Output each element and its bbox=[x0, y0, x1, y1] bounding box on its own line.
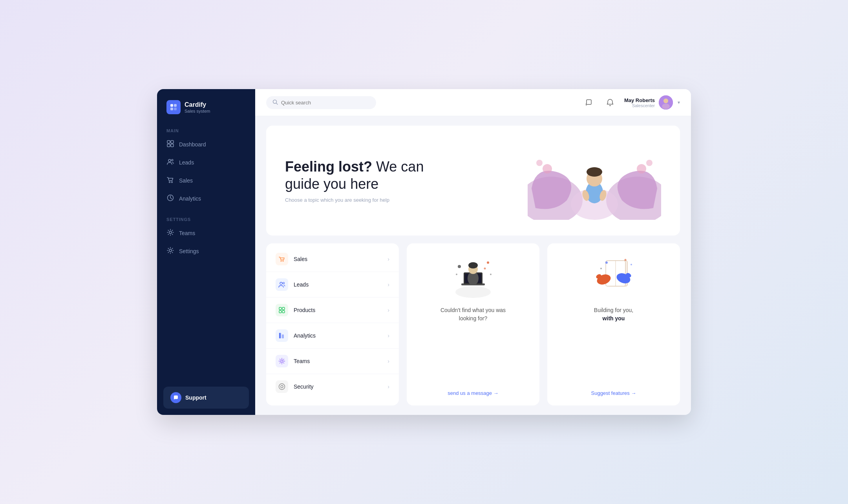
svg-point-31 bbox=[281, 261, 282, 262]
topic-label-teams: Teams bbox=[294, 358, 310, 364]
svg-rect-36 bbox=[282, 307, 285, 310]
feature-card-text: Building for you, with you bbox=[594, 306, 633, 323]
header-actions: May Roberts Salescenter ▾ bbox=[582, 95, 680, 110]
hero-subtitle: Choose a topic which you are seeking for… bbox=[285, 197, 426, 203]
contact-card-text: Couldn't find what you was looking for? bbox=[440, 306, 506, 323]
sidebar-item-sales[interactable]: Sales bbox=[157, 172, 255, 190]
teams-topic-icon bbox=[276, 355, 288, 367]
hero-illustration bbox=[528, 141, 661, 220]
feature-illustration bbox=[586, 253, 641, 300]
search-bar[interactable] bbox=[266, 96, 376, 109]
search-input[interactable] bbox=[281, 100, 370, 106]
svg-point-67 bbox=[600, 268, 602, 269]
topic-item-products[interactable]: Products › bbox=[266, 298, 399, 323]
logo-text: Cardify Sales system bbox=[185, 101, 210, 113]
user-profile[interactable]: May Roberts Salescenter ▾ bbox=[624, 95, 680, 110]
svg-rect-0 bbox=[170, 104, 173, 107]
svg-point-66 bbox=[631, 264, 632, 265]
page-content: Feeling lost? We can guide you here Choo… bbox=[255, 116, 691, 415]
svg-rect-4 bbox=[167, 141, 170, 143]
support-label: Support bbox=[185, 394, 207, 401]
send-message-link[interactable]: send us a message → bbox=[448, 390, 498, 396]
sidebar-logo[interactable]: Cardify Sales system bbox=[157, 89, 255, 125]
sidebar-item-dashboard[interactable]: Dashboard bbox=[157, 135, 255, 153]
svg-point-8 bbox=[168, 159, 171, 162]
svg-point-33 bbox=[280, 282, 282, 285]
sidebar-item-settings-label: Settings bbox=[179, 248, 199, 254]
teams-icon bbox=[166, 229, 174, 237]
svg-rect-38 bbox=[282, 310, 285, 313]
security-topic-icon bbox=[276, 380, 288, 393]
notifications-button[interactable] bbox=[603, 95, 617, 110]
topic-item-leads[interactable]: Leads › bbox=[266, 272, 399, 298]
topic-label-sales: Sales bbox=[294, 256, 307, 262]
svg-point-13 bbox=[169, 231, 172, 234]
support-button[interactable]: Support bbox=[163, 387, 249, 409]
security-chevron-icon: › bbox=[387, 383, 389, 390]
cards-row: Sales › bbox=[266, 243, 680, 405]
svg-point-27 bbox=[543, 164, 552, 173]
svg-point-54 bbox=[484, 268, 486, 270]
app-container: Cardify Sales system Main Dashboard bbox=[157, 89, 691, 415]
analytics-chevron-icon: › bbox=[387, 332, 389, 339]
svg-point-30 bbox=[646, 160, 652, 166]
svg-point-28 bbox=[536, 160, 543, 166]
logo-icon bbox=[166, 100, 181, 114]
topic-left-teams: Teams bbox=[276, 355, 310, 367]
sidebar: Cardify Sales system Main Dashboard bbox=[157, 89, 255, 415]
topic-left-sales: Sales bbox=[276, 253, 307, 265]
leads-chevron-icon: › bbox=[387, 281, 389, 288]
topic-left-security: Security bbox=[276, 380, 314, 393]
svg-rect-37 bbox=[279, 310, 281, 313]
svg-point-55 bbox=[456, 274, 457, 275]
svg-rect-5 bbox=[171, 141, 174, 143]
sidebar-item-analytics[interactable]: Analytics bbox=[157, 190, 255, 208]
hero-title: Feeling lost? We can guide you here bbox=[285, 158, 426, 192]
topic-left-analytics: Analytics bbox=[276, 329, 316, 342]
svg-point-56 bbox=[490, 274, 492, 275]
dashboard-icon bbox=[166, 140, 174, 149]
sidebar-item-teams[interactable]: Teams bbox=[157, 224, 255, 242]
sales-icon bbox=[166, 176, 174, 185]
svg-point-10 bbox=[169, 182, 170, 183]
sidebar-item-leads[interactable]: Leads bbox=[157, 153, 255, 172]
svg-point-24 bbox=[587, 167, 602, 177]
search-icon bbox=[272, 99, 278, 106]
chevron-down-icon: ▾ bbox=[678, 100, 680, 105]
svg-rect-41 bbox=[279, 333, 280, 338]
user-info: May Roberts Salescenter bbox=[624, 97, 655, 108]
svg-rect-6 bbox=[167, 144, 170, 147]
sales-topic-icon bbox=[276, 253, 288, 265]
svg-rect-3 bbox=[174, 108, 177, 110]
svg-point-29 bbox=[637, 164, 646, 173]
topic-label-analytics: Analytics bbox=[294, 332, 316, 339]
svg-rect-2 bbox=[170, 108, 173, 110]
settings-icon bbox=[166, 247, 174, 256]
svg-point-14 bbox=[169, 249, 172, 252]
svg-point-45 bbox=[455, 286, 491, 298]
svg-point-65 bbox=[625, 259, 627, 261]
svg-rect-40 bbox=[282, 334, 284, 338]
topic-item-teams[interactable]: Teams › bbox=[266, 349, 399, 374]
sidebar-item-analytics-label: Analytics bbox=[179, 195, 201, 202]
support-bubble-icon bbox=[170, 392, 181, 403]
leads-topic-icon bbox=[276, 278, 288, 291]
svg-point-53 bbox=[487, 261, 489, 264]
svg-rect-1 bbox=[174, 104, 177, 107]
topic-item-sales[interactable]: Sales › bbox=[266, 247, 399, 272]
contact-card: Couldn't find what you was looking for? … bbox=[407, 243, 539, 405]
suggest-features-link[interactable]: Suggest features → bbox=[591, 390, 636, 396]
topic-item-analytics[interactable]: Analytics › bbox=[266, 323, 399, 349]
messages-button[interactable] bbox=[582, 95, 596, 110]
svg-point-32 bbox=[283, 261, 284, 262]
sidebar-section-main: Main bbox=[157, 125, 255, 135]
sidebar-item-settings[interactable]: Settings bbox=[157, 242, 255, 260]
sidebar-item-teams-label: Teams bbox=[179, 230, 195, 236]
hero-banner: Feeling lost? We can guide you here Choo… bbox=[266, 126, 680, 236]
teams-chevron-icon: › bbox=[387, 358, 389, 364]
feature-text-bold: with you bbox=[603, 315, 625, 321]
feature-card: Building for you, with you Suggest featu… bbox=[547, 243, 680, 405]
topic-item-security[interactable]: Security › bbox=[266, 374, 399, 399]
contact-text-line1: Couldn't find what you was bbox=[440, 306, 506, 314]
contact-illustration bbox=[446, 253, 501, 300]
